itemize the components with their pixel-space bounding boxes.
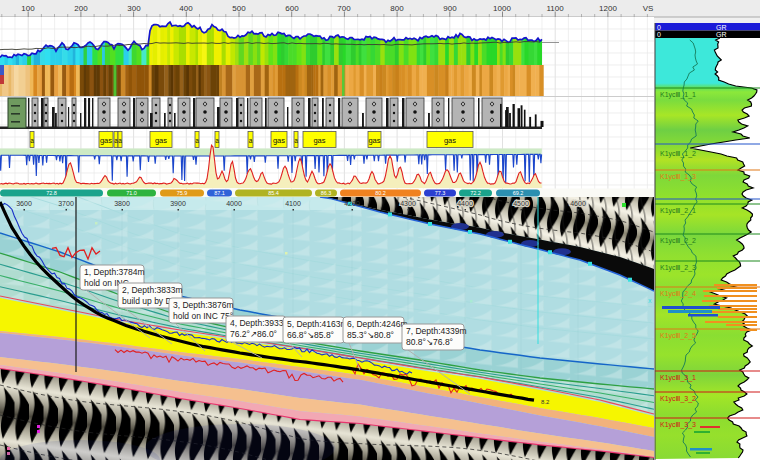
- svg-text:3600: 3600: [16, 200, 32, 207]
- svg-text:1000: 1000: [493, 4, 511, 13]
- svg-text:hold on INC 75°: hold on INC 75°: [173, 311, 233, 321]
- svg-text:4300: 4300: [400, 200, 416, 207]
- svg-text:72.2: 72.2: [470, 190, 481, 196]
- svg-text:GR: GR: [716, 31, 727, 38]
- svg-text:86.3: 86.3: [321, 190, 332, 196]
- svg-text:71.0: 71.0: [126, 190, 137, 196]
- svg-text:600: 600: [285, 4, 299, 13]
- svg-text:x: x: [648, 297, 652, 304]
- svg-text:6, Depth:4246m: 6, Depth:4246m: [347, 319, 407, 329]
- svg-text:K1ycⅢ_1_2: K1ycⅢ_1_2: [660, 150, 696, 158]
- svg-text:5, Depth:4163m: 5, Depth:4163m: [287, 319, 347, 329]
- svg-text:75.9: 75.9: [177, 190, 188, 196]
- svg-text:7, Depth:4339m: 7, Depth:4339m: [406, 326, 466, 336]
- svg-text:4, Depth:3933: 4, Depth:3933: [230, 318, 284, 328]
- svg-text:K1ycⅢ_1_1: K1ycⅢ_1_1: [660, 91, 696, 99]
- svg-text:77.3: 77.3: [435, 190, 446, 196]
- svg-text:1, Depth:3784m: 1, Depth:3784m: [84, 267, 144, 277]
- svg-text:4100: 4100: [285, 200, 301, 207]
- svg-text:1100: 1100: [546, 4, 564, 13]
- svg-text:3900: 3900: [170, 200, 186, 207]
- svg-text:4400: 4400: [457, 200, 473, 207]
- svg-text:a: a: [215, 137, 219, 144]
- svg-text:0: 0: [657, 24, 661, 31]
- svg-text:66.8°↘85.8°: 66.8°↘85.8°: [287, 330, 334, 340]
- svg-text:80.2: 80.2: [375, 190, 386, 196]
- svg-text:4000: 4000: [226, 200, 242, 207]
- svg-text:4600: 4600: [570, 200, 586, 207]
- svg-text:gas: gas: [155, 136, 167, 145]
- svg-text:a: a: [195, 137, 199, 144]
- svg-text:85.4: 85.4: [268, 190, 279, 196]
- svg-text:4200: 4200: [344, 200, 360, 207]
- svg-text:4500: 4500: [513, 200, 529, 207]
- svg-text:900: 900: [443, 4, 457, 13]
- svg-text:3700: 3700: [58, 200, 74, 207]
- svg-text:80.8°↘76.8°: 80.8°↘76.8°: [406, 337, 453, 347]
- svg-text:72.8: 72.8: [46, 190, 57, 196]
- svg-text:a: a: [294, 137, 298, 144]
- svg-text:700: 700: [337, 4, 351, 13]
- svg-text:K1ycⅢ_3_1: K1ycⅢ_3_1: [660, 374, 696, 382]
- svg-text:K1ycⅢ_2_5: K1ycⅢ_2_5: [660, 332, 696, 340]
- svg-text:76.2°↗86.0°: 76.2°↗86.0°: [230, 329, 277, 339]
- svg-text:K1ycⅢ_3_2: K1ycⅢ_3_2: [660, 395, 696, 403]
- svg-text:gas: gas: [273, 136, 285, 145]
- svg-text:69.2: 69.2: [513, 190, 524, 196]
- svg-text:K1ycⅢ_3_3: K1ycⅢ_3_3: [660, 421, 696, 429]
- svg-text:500: 500: [232, 4, 246, 13]
- svg-text:200: 200: [74, 4, 88, 13]
- svg-text:gas: gas: [444, 136, 456, 145]
- svg-text:a: a: [118, 137, 122, 144]
- svg-text:8.2: 8.2: [541, 399, 550, 405]
- svg-text:a: a: [30, 137, 34, 144]
- svg-text:87.1: 87.1: [214, 190, 225, 196]
- svg-text:300: 300: [127, 4, 141, 13]
- svg-text:K1ycⅢ_1_3: K1ycⅢ_1_3: [660, 173, 696, 181]
- svg-text:a: a: [249, 137, 253, 144]
- svg-text:K1ycⅢ_2_2: K1ycⅢ_2_2: [660, 237, 696, 245]
- svg-text:gas: gas: [368, 136, 380, 145]
- svg-text:100: 100: [21, 4, 35, 13]
- svg-text:3, Depth:3876m: 3, Depth:3876m: [173, 300, 233, 310]
- svg-text:1200: 1200: [599, 4, 617, 13]
- svg-text:K1ycⅢ_2_1: K1ycⅢ_2_1: [660, 207, 696, 215]
- svg-text:gas: gas: [100, 136, 112, 145]
- svg-text:VS: VS: [643, 4, 654, 13]
- svg-text:GR: GR: [716, 24, 727, 31]
- svg-text:K1ycⅢ_2_3: K1ycⅢ_2_3: [660, 264, 696, 272]
- svg-text:3800: 3800: [114, 200, 130, 207]
- svg-text:gas: gas: [313, 136, 325, 145]
- svg-text:85.3°↘80.8°: 85.3°↘80.8°: [347, 330, 394, 340]
- svg-text:2, Depth:3833m: 2, Depth:3833m: [122, 285, 182, 295]
- svg-text:800: 800: [390, 4, 404, 13]
- svg-text:K1ycⅢ_2_4: K1ycⅢ_2_4: [660, 290, 696, 298]
- svg-text:400: 400: [179, 4, 193, 13]
- svg-text:0: 0: [657, 31, 661, 38]
